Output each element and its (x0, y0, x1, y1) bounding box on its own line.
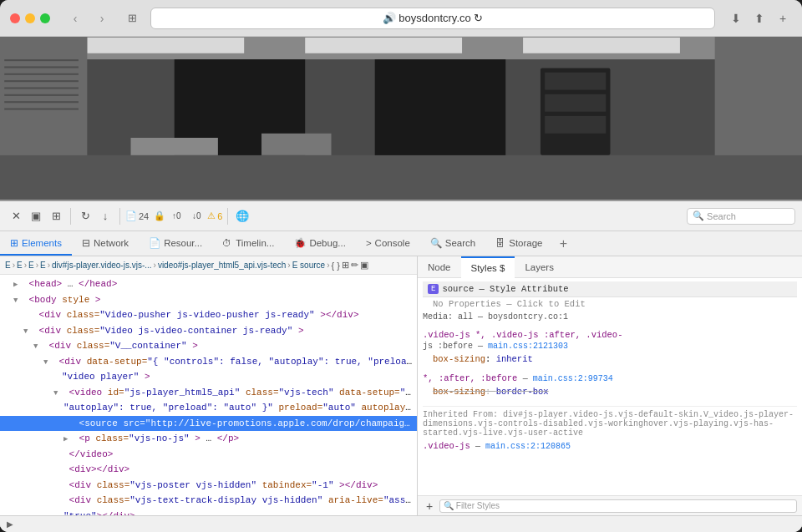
breadcrumb-video[interactable]: video#js-player_html5_api.vjs-tech (158, 261, 286, 270)
breadcrumb-grid-button[interactable]: ⊞ (342, 260, 349, 271)
tab-overview-button[interactable]: ⊞ (120, 10, 144, 27)
tree-row[interactable]: </video> (0, 447, 417, 463)
layers-tab[interactable]: Layers (515, 256, 564, 278)
tab-debugger[interactable]: 🐞 Debug... (284, 232, 355, 256)
svg-rect-11 (4, 80, 79, 82)
download-button[interactable]: ⬇ (727, 9, 745, 28)
back-button[interactable]: ‹ (63, 10, 87, 27)
styles-tab[interactable]: Styles $ (461, 256, 515, 278)
rule-2-source-link[interactable]: main.css:2:99734 (533, 374, 613, 383)
tree-row[interactable]: ▼ <div class="V__container" > (0, 338, 417, 354)
expand-icon: ▼ (53, 388, 62, 400)
styles-panel-tabs: Node Styles $ Layers (418, 256, 802, 278)
e-badge: E (428, 284, 439, 294)
website-background (0, 37, 802, 200)
add-style-button[interactable]: + (423, 499, 436, 513)
close-devtools-button[interactable]: ✕ (7, 207, 25, 225)
breadcrumb-e3[interactable]: E (28, 261, 34, 270)
svg-rect-2 (87, 38, 244, 53)
separator-3 (227, 208, 228, 225)
style-section-video-js: .video-js — main.css:2:120865 (423, 441, 797, 451)
tree-row[interactable]: ▼ <div class="Video js-video-container j… (0, 323, 417, 339)
share-button[interactable]: ⬆ (750, 9, 769, 28)
tree-row[interactable]: ▼ <div data-setup="{ "controls": false, … (0, 354, 417, 370)
svg-rect-3 (305, 38, 462, 53)
tab-console[interactable]: > Console (356, 232, 420, 256)
filter-styles-input[interactable]: 🔍 Filter Styles (439, 499, 797, 513)
search-icon: 🔍 (693, 210, 704, 221)
devtools-search-input[interactable]: 🔍 Search (687, 208, 795, 225)
rule-2-header: *, :after, :before — main.css:2:99734 (423, 373, 797, 383)
styles-filter: + 🔍 Filter Styles (418, 495, 802, 515)
tree-row[interactable]: ▼ <body style > (0, 292, 417, 308)
dock-devtools-button[interactable]: ▣ (27, 207, 45, 225)
tree-row[interactable]: "autoplay": true, "preload": "auto" }" p… (0, 400, 417, 416)
tree-row[interactable]: <div class="Video-pusher js-video-pusher… (0, 307, 417, 323)
no-properties: No Properties — Click to Edit (423, 297, 797, 311)
svg-rect-10 (4, 73, 79, 75)
svg-rect-21 (545, 116, 606, 134)
expand-icon: ▼ (13, 296, 22, 307)
tree-row[interactable]: ▶ <p class="vjs-no-js" > … </p> (0, 431, 417, 447)
minimize-button[interactable] (25, 13, 35, 23)
breadcrumb-e1[interactable]: E (5, 261, 11, 270)
responsive-mode-button[interactable]: ⊞ (47, 207, 65, 225)
expand-icon: ▶ (13, 280, 22, 291)
address-bar[interactable]: 🔊 boysdontcry.co ↻ (150, 8, 715, 29)
tab-resources[interactable]: 📄 Resour... (139, 232, 212, 256)
close-button[interactable] (10, 13, 20, 23)
warning-button[interactable]: ⚠ 6 (207, 210, 222, 221)
breadcrumb-e2[interactable]: E (17, 261, 23, 270)
svg-rect-12 (4, 87, 79, 89)
breadcrumb-e4[interactable]: E (40, 261, 46, 270)
tree-row-selected[interactable]: <source src="http://live-promotions.appl… (0, 416, 417, 432)
inherited-header: Inherited From: div#js-player.video-js.v… (423, 406, 797, 441)
tree-row[interactable]: ▼ <video id="js-player_html5_api" class=… (0, 385, 417, 401)
tab-search[interactable]: 🔍 Search (420, 232, 485, 256)
expand-icon: ▶ (63, 434, 72, 446)
search-tab-icon: 🔍 (430, 237, 442, 249)
fullscreen-button[interactable] (40, 13, 50, 23)
expand-icon: ▼ (33, 342, 42, 353)
tree-row[interactable]: <div class="vjs-text-track-display vjs-h… (0, 493, 417, 509)
down-count-button[interactable]: ↓0 (187, 207, 206, 225)
breadcrumb-braces-button[interactable]: { } (331, 261, 339, 271)
add-tab-button[interactable]: + (553, 232, 575, 256)
reload-button[interactable]: ↻ (76, 207, 94, 225)
video-js-rule-header: .video-js — main.css:2:120865 (423, 441, 797, 451)
tab-network[interactable]: ⊟ Network (72, 232, 139, 256)
browser-content: ✕ ▣ ⊞ ↻ ↓ 📄 24 🔒 ↑0 ↓0 ⚠ 6 (0, 37, 802, 532)
refresh-icon: ↻ (474, 12, 483, 24)
audio-icon: 🔊 (383, 12, 396, 24)
style-section-media: Media: all — boysdontcry.co:1 (423, 311, 797, 323)
globe-button[interactable]: 🌐 (233, 207, 251, 225)
tab-timeline[interactable]: ⏱ Timelin... (212, 232, 284, 256)
svg-rect-7 (0, 155, 802, 200)
info-count-button[interactable]: ↑0 (167, 207, 185, 225)
tree-row[interactable]: <div class="vjs-poster vjs-hidden" tabin… (0, 478, 417, 494)
breadcrumb-dock-button[interactable]: ▣ (360, 260, 368, 271)
file-icon: 📄 (125, 210, 137, 221)
breadcrumb-source[interactable]: E source (292, 261, 325, 270)
warning-icon: ⚠ (207, 210, 216, 221)
styles-content[interactable]: E source — Style Attribute No Properties… (418, 278, 802, 495)
tree-row[interactable]: <div></div> (0, 462, 417, 478)
download-button[interactable]: ↓ (96, 207, 114, 225)
elements-tree[interactable]: ▶ <head> … </head> ▼ <body style > (0, 275, 417, 515)
tree-row[interactable]: "true"></div> (0, 509, 417, 516)
devtools-main-content: E › E › E › E › div#js-player.video-js.v… (0, 256, 802, 515)
tree-row[interactable]: "video player" > (0, 369, 417, 385)
tree-row[interactable]: ▶ <head> … </head> (0, 276, 417, 292)
breadcrumb-div[interactable]: div#js-player.video-js.vjs-... (52, 261, 151, 270)
video-js-source-link[interactable]: main.css:2:120865 (485, 442, 571, 451)
forward-button[interactable]: › (90, 10, 114, 27)
node-tab[interactable]: Node (418, 256, 461, 278)
rule-1-source-link[interactable]: main.css:2121303 (488, 342, 568, 351)
devtools-toolbar: ✕ ▣ ⊞ ↻ ↓ 📄 24 🔒 ↑0 ↓0 ⚠ 6 (0, 201, 802, 231)
new-tab-button[interactable]: + (774, 9, 792, 28)
tab-storage[interactable]: 🗄 Storage (485, 232, 552, 256)
source-attribute-header: E source — Style Attribute (423, 281, 797, 297)
breadcrumb-edit-button[interactable]: ✏ (351, 260, 358, 271)
tab-elements[interactable]: ⊞ Elements (0, 232, 72, 256)
timeline-icon: ⏱ (222, 238, 232, 248)
